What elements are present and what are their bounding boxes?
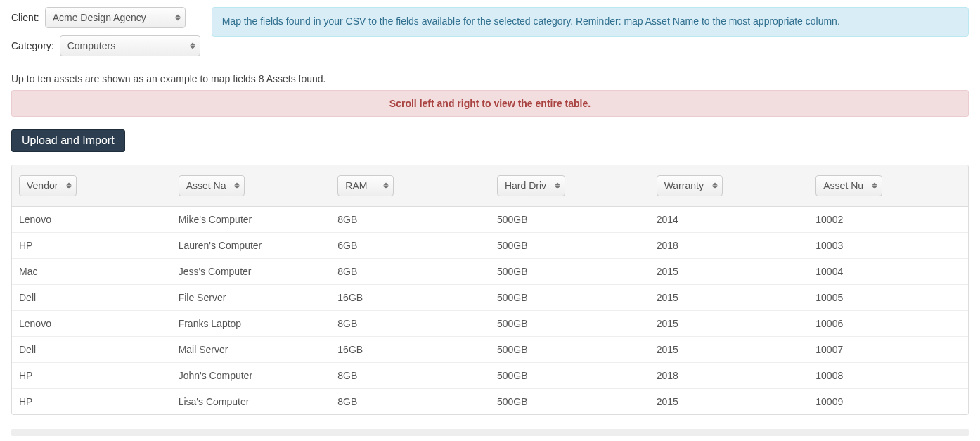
column-mapping-select[interactable]: Warranty <box>657 175 723 196</box>
table-cell: 8GB <box>330 311 490 337</box>
table-cell: 500GB <box>490 337 650 363</box>
scroll-warning-banner: Scroll left and right to view the entire… <box>11 90 969 117</box>
chevron-updown-icon <box>175 15 181 21</box>
chevron-updown-icon <box>190 43 195 49</box>
chevron-updown-icon <box>872 183 877 189</box>
table-cell: HP <box>12 233 172 259</box>
column-mapping-select[interactable]: Asset Na <box>179 175 245 196</box>
chevron-updown-icon <box>712 183 718 189</box>
column-mapping-value: RAM <box>345 180 367 191</box>
table-cell: 2015 <box>650 311 809 337</box>
table-cell: Mike's Computer <box>172 207 331 233</box>
table-cell: 2015 <box>650 259 809 285</box>
upload-import-button[interactable]: Upload and Import <box>11 129 125 152</box>
table-cell: 2018 <box>650 363 809 389</box>
asset-table: VendorAsset NaRAMHard DrivWarrantyAsset … <box>12 165 968 414</box>
column-header: Warranty <box>650 165 809 207</box>
table-row: LenovoMike's Computer8GB500GB201410002 <box>12 207 968 233</box>
table-cell: 500GB <box>490 363 650 389</box>
column-mapping-value: Asset Nu <box>823 180 863 191</box>
bottom-scrollbar[interactable] <box>11 429 969 436</box>
table-cell: 500GB <box>490 311 650 337</box>
table-cell: 8GB <box>330 363 490 389</box>
table-cell: Lisa's Computer <box>172 389 331 415</box>
column-header: Asset Na <box>172 165 331 207</box>
table-cell: 10005 <box>808 285 968 311</box>
table-cell: 2015 <box>650 389 809 415</box>
table-cell: File Server <box>172 285 331 311</box>
column-header: Asset Nu <box>808 165 968 207</box>
table-row: HPJohn's Computer8GB500GB201810008 <box>12 363 968 389</box>
table-cell: 2018 <box>650 233 809 259</box>
table-cell: 2015 <box>650 337 809 363</box>
column-mapping-select[interactable]: Asset Nu <box>815 175 882 196</box>
table-cell: 16GB <box>330 285 490 311</box>
column-mapping-select[interactable]: RAM <box>337 175 394 196</box>
table-cell: John's Computer <box>172 363 331 389</box>
chevron-updown-icon <box>66 183 72 189</box>
chevron-updown-icon <box>234 183 240 189</box>
table-row: DellFile Server16GB500GB201510005 <box>12 285 968 311</box>
column-mapping-select[interactable]: Hard Driv <box>497 175 565 196</box>
table-cell: 8GB <box>330 207 490 233</box>
table-cell: Lenovo <box>12 311 172 337</box>
column-mapping-value: Asset Na <box>186 180 226 191</box>
table-cell: 10002 <box>808 207 968 233</box>
column-header: Hard Driv <box>490 165 650 207</box>
table-cell: 6GB <box>330 233 490 259</box>
table-cell: 10009 <box>808 389 968 415</box>
category-select-value: Computers <box>67 40 115 51</box>
table-cell: Franks Laptop <box>172 311 331 337</box>
chevron-updown-icon <box>555 183 560 189</box>
column-mapping-value: Warranty <box>664 180 704 191</box>
asset-table-wrap[interactable]: VendorAsset NaRAMHard DrivWarrantyAsset … <box>11 165 969 415</box>
table-row: DellMail Server16GB500GB201510007 <box>12 337 968 363</box>
client-select[interactable]: Acme Design Agency <box>45 7 186 28</box>
table-cell: 8GB <box>330 389 490 415</box>
column-header: RAM <box>330 165 490 207</box>
client-label: Client: <box>11 12 39 23</box>
table-cell: 16GB <box>330 337 490 363</box>
table-cell: 10008 <box>808 363 968 389</box>
table-cell: 500GB <box>490 207 650 233</box>
table-cell: Lenovo <box>12 207 172 233</box>
column-mapping-value: Hard Driv <box>505 180 546 191</box>
category-label: Category: <box>11 40 54 51</box>
table-cell: 2015 <box>650 285 809 311</box>
table-cell: 10007 <box>808 337 968 363</box>
table-cell: Jess's Computer <box>172 259 331 285</box>
table-cell: 8GB <box>330 259 490 285</box>
table-cell: Dell <box>12 285 172 311</box>
table-cell: 2014 <box>650 207 809 233</box>
table-cell: 500GB <box>490 233 650 259</box>
column-header: Vendor <box>12 165 172 207</box>
table-cell: 10004 <box>808 259 968 285</box>
table-row: LenovoFranks Laptop8GB500GB201510006 <box>12 311 968 337</box>
table-row: MacJess's Computer8GB500GB201510004 <box>12 259 968 285</box>
table-cell: 500GB <box>490 389 650 415</box>
table-cell: HP <box>12 389 172 415</box>
table-cell: Mail Server <box>172 337 331 363</box>
table-cell: Dell <box>12 337 172 363</box>
category-select[interactable]: Computers <box>60 35 200 56</box>
table-row: HPLisa's Computer8GB500GB201510009 <box>12 389 968 415</box>
column-mapping-select[interactable]: Vendor <box>19 175 77 196</box>
table-row: HPLauren's Computer6GB500GB201810003 <box>12 233 968 259</box>
table-cell: Lauren's Computer <box>172 233 331 259</box>
table-cell: 10006 <box>808 311 968 337</box>
table-cell: HP <box>12 363 172 389</box>
column-mapping-value: Vendor <box>27 180 58 191</box>
info-alert: Map the fields found in your CSV to the … <box>212 7 969 37</box>
table-cell: 500GB <box>490 285 650 311</box>
example-count-text: Up to ten assets are shown as an example… <box>11 73 969 84</box>
table-cell: Mac <box>12 259 172 285</box>
table-cell: 500GB <box>490 259 650 285</box>
chevron-updown-icon <box>383 183 389 189</box>
table-cell: 10003 <box>808 233 968 259</box>
client-select-value: Acme Design Agency <box>53 12 146 23</box>
